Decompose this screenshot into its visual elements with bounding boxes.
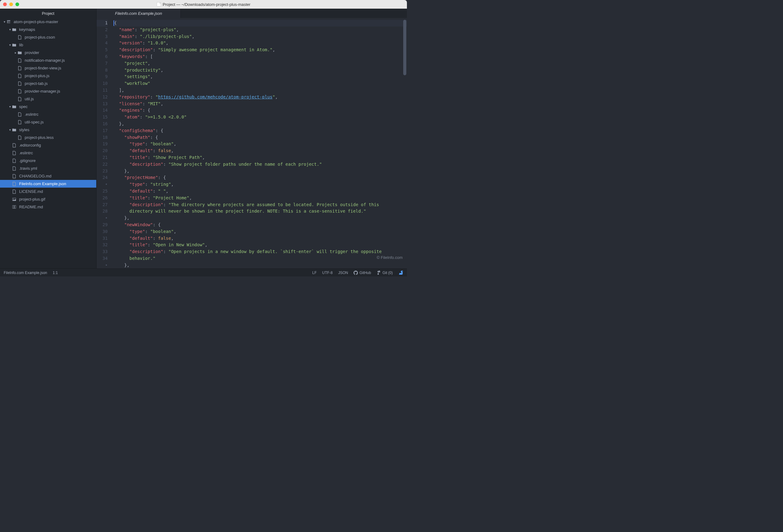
line-number[interactable]: 18 xyxy=(97,134,108,141)
line-number[interactable]: 19 xyxy=(97,141,108,148)
status-extra-icon[interactable] xyxy=(398,270,403,275)
code-line[interactable]: "title": "Project Home", xyxy=(114,195,407,201)
tree-file[interactable]: notification-manager.js xyxy=(0,57,96,64)
tree-folder[interactable]: ▾spec xyxy=(0,103,96,111)
code-line[interactable]: }, xyxy=(114,121,407,127)
tree-file[interactable]: README.md xyxy=(0,203,96,211)
line-number[interactable]: 20 xyxy=(97,148,108,154)
tree-file[interactable]: CHANGELOG.md xyxy=(0,172,96,180)
line-number[interactable]: 25 xyxy=(97,188,108,195)
code-line[interactable]: }, xyxy=(114,168,407,175)
tree-folder[interactable]: ▾keymaps xyxy=(0,26,96,33)
line-number[interactable]: 5 xyxy=(97,46,108,53)
tree-file[interactable]: LICENSE.md xyxy=(0,188,96,195)
minimize-window-button[interactable] xyxy=(9,2,13,6)
file-tree[interactable]: ▾atom-project-plus-master▾keymapsproject… xyxy=(0,18,97,269)
code-line[interactable]: "workflow" xyxy=(114,80,407,87)
code-line[interactable]: "description": "The directory where proj… xyxy=(114,201,407,208)
code-line[interactable]: "project", xyxy=(114,60,407,67)
line-number[interactable]: 12 xyxy=(97,94,108,101)
status-cursor-position[interactable]: 1:1 xyxy=(53,271,58,275)
chevron-right-icon[interactable]: ▸ xyxy=(13,51,17,54)
line-number[interactable]: 8 xyxy=(97,67,108,74)
status-grammar[interactable]: JSON xyxy=(338,271,348,275)
code-line[interactable]: }, xyxy=(114,215,407,222)
tree-folder[interactable]: ▾styles xyxy=(0,126,96,134)
line-number[interactable]: 34 xyxy=(97,255,108,262)
tree-file[interactable]: util-spec.js xyxy=(0,118,96,126)
line-number[interactable]: 32 xyxy=(97,242,108,248)
line-number[interactable]: 15 xyxy=(97,114,108,121)
line-number[interactable]: 10 xyxy=(97,80,108,87)
tree-file[interactable]: .gitignore xyxy=(0,157,96,164)
code-line[interactable]: "atom": ">=1.5.0 <2.0.0" xyxy=(114,114,407,121)
scrollbar[interactable] xyxy=(403,20,406,267)
status-filename[interactable]: FileInfo.com Example.json xyxy=(4,271,47,275)
code-line[interactable]: "name": "project-plus", xyxy=(114,27,407,33)
line-number[interactable]: 31 xyxy=(97,235,108,242)
code-line[interactable]: "main": "./lib/project-plus", xyxy=(114,33,407,40)
tree-file[interactable]: project-plus.less xyxy=(0,134,96,141)
line-number[interactable]: 17 xyxy=(97,127,108,134)
maximize-window-button[interactable] xyxy=(15,2,19,6)
code-line[interactable]: "showPath": { xyxy=(114,134,407,141)
line-number[interactable]: 4 xyxy=(97,40,108,46)
code-line[interactable]: ], xyxy=(114,87,407,94)
line-number[interactable]: 1 xyxy=(97,20,108,27)
tree-file[interactable]: .eslintrc xyxy=(0,111,96,118)
close-window-button[interactable] xyxy=(3,2,7,6)
line-number[interactable]: 14 xyxy=(97,107,108,114)
line-number[interactable]: • xyxy=(97,262,108,269)
line-number[interactable]: 27 xyxy=(97,201,108,208)
code-line[interactable]: "description": "Open projects in a new w… xyxy=(114,248,407,255)
code-line[interactable]: "configSchema": { xyxy=(114,127,407,134)
line-number[interactable]: 9 xyxy=(97,73,108,80)
tree-file[interactable]: project-finder-view.js xyxy=(0,64,96,72)
chevron-down-icon[interactable]: ▾ xyxy=(8,28,12,31)
line-number[interactable]: 3 xyxy=(97,33,108,40)
tree-file[interactable]: project-tab.js xyxy=(0,80,96,87)
scrollbar-thumb[interactable] xyxy=(403,20,406,75)
code-line[interactable]: "version": "1.0.0", xyxy=(114,40,407,46)
tree-file[interactable]: util.js xyxy=(0,95,96,103)
tree-folder[interactable]: ▾lib xyxy=(0,41,96,49)
chevron-down-icon[interactable]: ▾ xyxy=(2,20,6,24)
code-line[interactable]: "repository": "https://github.com/mehcod… xyxy=(114,94,407,101)
tree-folder[interactable]: ▾atom-project-plus-master xyxy=(0,18,96,26)
status-encoding[interactable]: UTF-8 xyxy=(322,271,333,275)
code-line[interactable]: "type": "boolean", xyxy=(114,141,407,148)
code-line[interactable]: }, xyxy=(114,262,407,269)
line-number[interactable]: 6 xyxy=(97,53,108,60)
line-number[interactable]: • xyxy=(97,181,108,188)
tree-folder[interactable]: ▸provider xyxy=(0,49,96,57)
code-line[interactable]: directory will never be shown in the pro… xyxy=(114,208,407,215)
code-line[interactable]: { xyxy=(114,20,407,27)
tree-file[interactable]: provider-manager.js xyxy=(0,87,96,95)
tree-file[interactable]: .eslintrc xyxy=(0,149,96,157)
line-number[interactable]: 22 xyxy=(97,161,108,168)
code-line[interactable]: "default": " ", xyxy=(114,188,407,195)
line-number[interactable]: 29 xyxy=(97,222,108,228)
line-number[interactable]: 23 xyxy=(97,168,108,175)
panel-tab-project[interactable]: Project xyxy=(0,9,97,18)
code-line[interactable]: "engines": { xyxy=(114,107,407,114)
status-github[interactable]: GitHub xyxy=(353,271,371,275)
line-number[interactable]: 7 xyxy=(97,60,108,67)
chevron-down-icon[interactable]: ▾ xyxy=(8,43,12,46)
code-line[interactable]: "license": "MIT", xyxy=(114,101,407,107)
code-line[interactable]: "description": "Simply awesome project m… xyxy=(114,46,407,53)
code-line[interactable]: "title": "Open in New Window", xyxy=(114,242,407,248)
code-line[interactable]: "default": false, xyxy=(114,235,407,242)
line-number[interactable]: • xyxy=(97,215,108,222)
code-line[interactable]: "type": "string", xyxy=(114,181,407,188)
chevron-down-icon[interactable]: ▾ xyxy=(8,105,12,108)
line-number[interactable]: 24 xyxy=(97,174,108,181)
code-area[interactable]: { "name": "project-plus", "main": "./lib… xyxy=(110,18,407,269)
code-line[interactable]: "settings", xyxy=(114,73,407,80)
code-line[interactable]: "newWindow": { xyxy=(114,222,407,228)
line-number[interactable]: 33 xyxy=(97,248,108,255)
line-number[interactable]: 28 xyxy=(97,208,108,215)
tree-file[interactable]: project-plus.gif xyxy=(0,195,96,203)
line-number[interactable]: 26 xyxy=(97,195,108,201)
status-git[interactable]: Git (0) xyxy=(377,271,393,275)
